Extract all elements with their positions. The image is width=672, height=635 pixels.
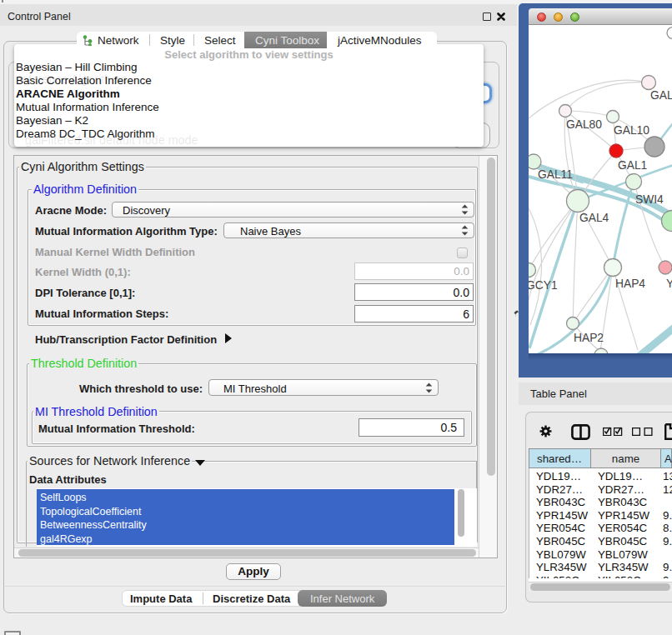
svg-text:GAL1: GAL1 bbox=[618, 159, 647, 172]
svg-text:GCY1: GCY1 bbox=[529, 279, 558, 292]
svg-text:HAP2: HAP2 bbox=[574, 332, 604, 344]
svg-text:GAL4: GAL4 bbox=[579, 212, 609, 224]
svg-text:GAL: GAL bbox=[650, 89, 672, 102]
svg-text:SWI4: SWI4 bbox=[635, 193, 664, 206]
svg-text:GAL80: GAL80 bbox=[566, 118, 602, 131]
svg-text:GAL11: GAL11 bbox=[538, 168, 573, 181]
svg-text:HAP4: HAP4 bbox=[615, 278, 645, 290]
svg-text:GAL10: GAL10 bbox=[614, 124, 649, 137]
svg-text:Y: Y bbox=[666, 278, 672, 290]
